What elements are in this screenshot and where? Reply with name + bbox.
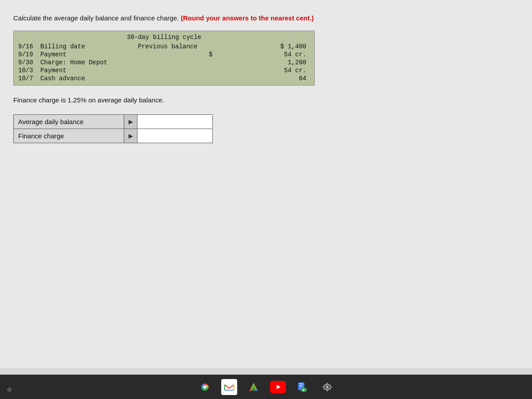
gmail-icon[interactable] bbox=[221, 379, 237, 395]
arrow-icon-1: ▶ bbox=[124, 115, 137, 129]
date-2: 9/19 bbox=[18, 51, 40, 58]
billing-row-5: 10/7 Cash advance 64 bbox=[14, 74, 314, 82]
billing-row-3: 9/30 Charge: Home Depot 1,200 bbox=[14, 59, 314, 66]
billing-row-2: 9/19 Payment $ 54 cr. bbox=[14, 51, 314, 59]
desc-3: Charge: Home Depot bbox=[40, 59, 138, 66]
svg-rect-11 bbox=[300, 383, 303, 384]
answer-row-1: Average daily balance ▶ bbox=[14, 115, 213, 129]
taskbar bbox=[0, 375, 532, 399]
answer-row-2: Finance charge ▶ bbox=[14, 129, 213, 143]
desc-4: Payment bbox=[40, 67, 138, 74]
date-3: 9/30 bbox=[18, 59, 40, 66]
svg-point-15 bbox=[326, 385, 329, 388]
arrow-icon-2: ▶ bbox=[124, 129, 137, 143]
svg-rect-12 bbox=[300, 384, 303, 385]
desc-2: Payment bbox=[40, 51, 138, 58]
desc-1: Billing date bbox=[40, 43, 138, 50]
dot-indicator bbox=[7, 387, 12, 392]
question-text: Calculate the average daily balance and … bbox=[13, 14, 179, 22]
date-1: 9/16 bbox=[18, 43, 40, 50]
average-daily-balance-input[interactable] bbox=[137, 115, 212, 129]
value-1: $ 1,400 bbox=[262, 43, 306, 50]
value-5: 64 bbox=[262, 75, 306, 82]
value-2: 54 cr. bbox=[262, 51, 306, 58]
value-3: 1,200 bbox=[262, 59, 306, 66]
billing-cycle-header: 30-day billing cycle bbox=[127, 34, 201, 41]
svg-rect-13 bbox=[300, 386, 301, 387]
average-daily-balance-input-cell[interactable] bbox=[137, 115, 213, 129]
chrome-icon[interactable] bbox=[196, 379, 213, 395]
question-header: Calculate the average daily balance and … bbox=[13, 13, 519, 23]
settings-icon[interactable] bbox=[319, 379, 336, 395]
finance-charge-label: Finance charge bbox=[14, 129, 124, 143]
billing-header-row: 30-day billing cycle bbox=[14, 34, 314, 41]
files-icon[interactable] bbox=[294, 379, 311, 395]
finance-note: Finance charge is 1.25% on average daily… bbox=[13, 96, 519, 104]
billing-table: 30-day billing cycle 9/16 Billing date P… bbox=[13, 31, 315, 86]
youtube-icon[interactable] bbox=[270, 381, 286, 393]
svg-point-1 bbox=[203, 385, 207, 388]
main-content: Calculate the average daily balance and … bbox=[0, 0, 532, 368]
average-daily-balance-label: Average daily balance bbox=[14, 115, 124, 129]
desc-5: Cash advance bbox=[40, 75, 138, 82]
billing-row-4: 10/3 Payment 54 cr. bbox=[14, 66, 314, 74]
question-bold: (Round your answers to the nearest cent.… bbox=[181, 14, 314, 22]
answer-table: Average daily balance ▶ Finance charge ▶ bbox=[13, 114, 213, 143]
value-4: 54 cr. bbox=[262, 67, 306, 74]
label-1: Previous balance bbox=[138, 43, 209, 50]
drive-icon[interactable] bbox=[245, 379, 262, 395]
amount-2: $ bbox=[209, 51, 262, 58]
finance-charge-input[interactable] bbox=[137, 129, 212, 143]
finance-charge-input-cell[interactable] bbox=[137, 129, 213, 143]
date-4: 10/3 bbox=[18, 67, 40, 74]
billing-row-1: 9/16 Billing date Previous balance $ 1,4… bbox=[14, 43, 314, 51]
date-5: 10/7 bbox=[18, 75, 40, 82]
